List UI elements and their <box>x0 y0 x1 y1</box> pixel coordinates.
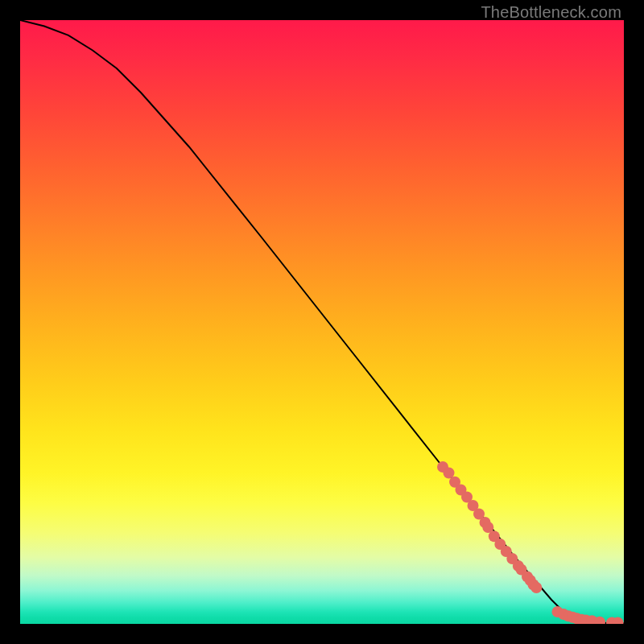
chart-svg <box>20 20 624 624</box>
watermark-text: TheBottleneck.com <box>481 3 621 22</box>
plot-area <box>20 20 624 624</box>
chart-frame: TheBottleneck.com <box>0 0 644 644</box>
bottleneck-curve <box>20 20 624 623</box>
data-points <box>437 461 624 624</box>
data-point <box>530 582 542 593</box>
curve-line <box>20 20 624 623</box>
